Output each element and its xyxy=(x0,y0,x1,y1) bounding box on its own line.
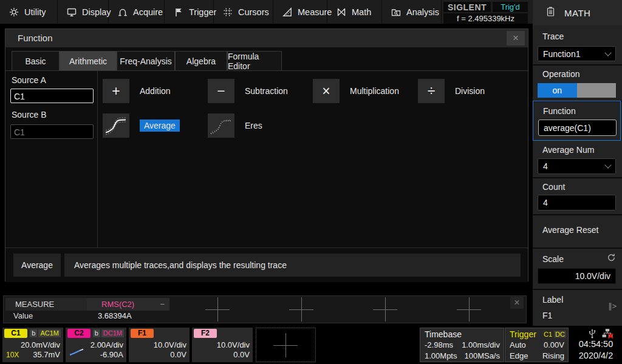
source-b-input[interactable]: C1 xyxy=(10,124,94,139)
fn-eres[interactable]: Eres xyxy=(208,113,262,138)
function-dialog: Function × Basic Arithmetic Freq-Analysi… xyxy=(5,29,528,281)
timebase-box[interactable]: Timebase -2.98ms 1.00ms/div 1.00Mpts 100… xyxy=(420,328,504,362)
measure-strip: MEASURE RMS(C2) − Value 3.68394A × xyxy=(3,295,527,323)
trace-select[interactable]: Function1 xyxy=(538,46,616,61)
trigger-box[interactable]: Trigger C1 DC Auto 0.00V Edge Rising xyxy=(505,328,569,362)
add-measure-slot[interactable] xyxy=(373,297,397,322)
channel-c1-box[interactable]: C1 b AC1M 20.0mV/div 10X 35.7mV xyxy=(2,328,63,362)
c2-badge: C2 xyxy=(67,329,91,338)
menu-label: Utility xyxy=(24,7,46,17)
function-value-box[interactable]: average(C1) xyxy=(538,120,617,136)
add-channel-icon xyxy=(273,333,298,357)
add-measure-slot[interactable] xyxy=(457,297,481,322)
menu-item-utility[interactable]: Utility xyxy=(0,0,58,24)
op-division[interactable]: ÷ Division xyxy=(418,79,485,103)
channel-c2-box[interactable]: C2 b DC1M 2.00A/div -6.90A xyxy=(66,328,126,362)
add-measure-slot[interactable] xyxy=(289,297,313,322)
tab-formula-editor[interactable]: Formula Editor xyxy=(227,51,282,71)
measure-slot-1[interactable]: RMS(C2) − xyxy=(87,298,169,311)
status-logo-block: SIGLENT Trig'd f = 2.495339kHz xyxy=(442,0,533,24)
math-sidebar: Trace Function1 Operation on Function av… xyxy=(533,25,622,326)
gear-icon xyxy=(9,7,19,17)
menu-label: Measure xyxy=(298,7,332,17)
c1-badge: C1 xyxy=(4,329,27,338)
tab-basic[interactable]: Basic xyxy=(12,51,60,71)
eres-waveform-icon xyxy=(208,113,234,138)
average-num-label: Average Num xyxy=(542,145,594,155)
trigger-source-coupling: C1 DC xyxy=(544,331,566,338)
panel-title: MATH xyxy=(564,8,590,18)
c2-coupling: b DC1M xyxy=(93,329,124,337)
source-b-label: Source B xyxy=(12,110,47,120)
description-row: Average Averages multiple traces,and dis… xyxy=(5,248,528,282)
average-reset-button[interactable]: Average Reset xyxy=(542,225,598,235)
op-subtraction[interactable]: − Subtraction xyxy=(208,79,288,103)
dialog-title: Function xyxy=(5,29,528,47)
chevron-down-icon xyxy=(604,49,611,56)
divider xyxy=(533,177,622,178)
menu-label: Acquire xyxy=(133,7,163,17)
dialog-close-button[interactable]: × xyxy=(507,31,525,46)
channel-f1-box[interactable]: F1 10.0V/div 0.0V xyxy=(129,328,190,362)
c1-coupling: b AC1M xyxy=(30,329,61,337)
count-value-box: 4 xyxy=(538,195,616,211)
source-a-input[interactable]: C1 xyxy=(10,89,94,103)
operation-toggle[interactable]: on xyxy=(538,83,616,98)
minus-icon: − xyxy=(208,79,234,103)
remove-measure-icon[interactable]: − xyxy=(160,300,165,309)
analysis-icon xyxy=(391,7,401,17)
display-icon xyxy=(67,7,77,17)
function-label: Function xyxy=(543,106,576,116)
label-expand-icon[interactable]: ∥> xyxy=(608,302,617,311)
measure-value-label: Value xyxy=(13,311,33,320)
menu-item-math[interactable]: Math xyxy=(327,0,382,24)
brand-logo: SIGLENT xyxy=(443,2,491,12)
source-a-label: Source A xyxy=(12,75,46,85)
measure-value: 3.68394A xyxy=(98,311,132,320)
menu-item-analysis[interactable]: Analysis xyxy=(382,0,442,24)
tab-freq-analysis[interactable]: Freq-Analysis xyxy=(117,51,175,71)
f2-badge: F2 xyxy=(194,329,217,338)
clock-date: 2020/4/2 xyxy=(570,351,622,360)
dialog-tabs: Basic Arithmetic Freq-Analysis Algebra F… xyxy=(12,51,282,71)
op-addition[interactable]: + Addition xyxy=(103,79,171,103)
measure-title: MEASURE xyxy=(5,298,87,311)
toggle-off-half xyxy=(577,83,617,98)
oscilloscope-screen: Utility Display Acquire Trigger Cursors … xyxy=(0,0,622,364)
bottom-status-bar: C1 b AC1M 20.0mV/div 10X 35.7mV C2 b DC1… xyxy=(0,326,622,364)
menu-label: Cursors xyxy=(238,7,269,17)
menu-item-measure[interactable]: Measure xyxy=(273,0,327,24)
divider xyxy=(533,289,622,290)
menu-item-acquire[interactable]: Acquire xyxy=(109,0,165,24)
average-num-select[interactable]: 4 xyxy=(538,158,616,174)
menu-label: Math xyxy=(352,7,371,17)
channel-f2-box[interactable]: F2 10.0V/div 0.0V xyxy=(192,328,253,362)
scale-value-box[interactable]: 10.0V/div xyxy=(538,268,616,284)
source-panel: Source A C1 Source B C1 xyxy=(5,71,98,248)
op-multiplication[interactable]: × Multiplication xyxy=(313,79,399,103)
trigger-status-badge: Trig'd xyxy=(493,2,528,12)
chevron-down-icon xyxy=(604,161,611,168)
operation-label: Operation xyxy=(542,69,579,79)
label-value[interactable]: F1 xyxy=(542,311,552,320)
average-waveform-icon xyxy=(103,113,129,138)
add-measure-slot[interactable] xyxy=(205,297,230,322)
measure-close-button[interactable]: × xyxy=(510,297,524,309)
reset-rotate-icon[interactable] xyxy=(607,253,616,265)
f1-badge: F1 xyxy=(131,329,154,338)
function-section: Function average(C1) xyxy=(533,101,621,141)
divider xyxy=(533,248,622,249)
menu-item-trigger[interactable]: Trigger xyxy=(165,0,214,24)
menu-label: Trigger xyxy=(189,7,216,17)
add-channel-box[interactable] xyxy=(256,328,316,362)
clock-area: 04:54:50 2020/4/2 xyxy=(570,328,622,362)
menu-item-cursors[interactable]: Cursors xyxy=(214,0,273,24)
tab-algebra[interactable]: Algebra xyxy=(175,51,227,71)
fn-average[interactable]: Average xyxy=(103,113,180,138)
clipboard-icon xyxy=(546,7,555,19)
menu-item-display[interactable]: Display xyxy=(58,0,109,24)
menu-label: Analysis xyxy=(406,7,439,17)
plus-icon: + xyxy=(103,79,129,103)
math-panel-header: MATH xyxy=(533,0,622,25)
tab-arithmetic[interactable]: Arithmetic xyxy=(60,51,117,71)
